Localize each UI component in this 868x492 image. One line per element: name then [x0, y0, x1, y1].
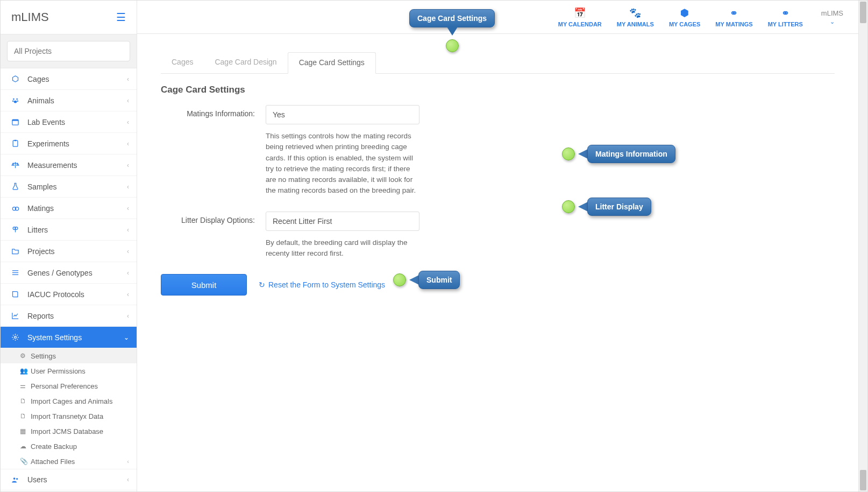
gear-icon: ⚙ — [20, 352, 26, 360]
sidebar-item-matings[interactable]: Matings‹ — [1, 198, 137, 219]
svg-point-18 — [16, 478, 18, 480]
callout-marker-icon — [562, 200, 575, 213]
chevron-left-icon: ‹ — [127, 161, 129, 169]
projects-filter-wrap — [1, 34, 137, 68]
book-icon — [11, 290, 22, 298]
sidebar-header: mLIMS ☰ — [1, 1, 137, 34]
calendar-icon: 📅 — [558, 7, 602, 19]
topbar: 📅MY CALENDAR 🐾MY ANIMALS ⬢MY CAGES ⚭MY M… — [137, 1, 858, 34]
reset-link[interactable]: ↻Reset the Form to System Settings — [259, 280, 385, 289]
sidebar-item-iacuc[interactable]: IACUC Protocols‹ — [1, 284, 137, 305]
sidebar-label: Litters — [27, 226, 48, 234]
chevron-down-icon: ⌄ — [124, 334, 129, 341]
rings-icon — [11, 204, 22, 212]
chevron-left-icon: ‹ — [127, 205, 129, 212]
chart-icon — [11, 312, 22, 320]
sidebar-nav: Cages‹ Animals‹ Lab Events‹ Experiments‹… — [1, 68, 137, 491]
svg-rect-7 — [13, 140, 18, 146]
topnav-animals[interactable]: 🐾MY ANIMALS — [617, 7, 654, 27]
tab-cages[interactable]: Cages — [161, 52, 204, 73]
main-area: 📅MY CALENDAR 🐾MY ANIMALS ⬢MY CAGES ⚭MY M… — [137, 1, 867, 491]
form-actions: Submit ↻Reset the Form to System Setting… — [161, 274, 835, 296]
svg-rect-6 — [12, 120, 18, 121]
subnav-item-user-permissions[interactable]: 👥User Permissions — [1, 363, 137, 378]
litter-select[interactable]: Recent Litter First — [266, 212, 419, 231]
sidebar-item-users[interactable]: Users‹ — [1, 469, 137, 490]
sidebar-item-reports[interactable]: Reports‹ — [1, 305, 137, 327]
rings-icon: ⚭ — [715, 7, 752, 19]
file-icon: 🗋 — [20, 412, 26, 420]
tabs-row: Cages Cage Card Design Cage Card Setting… — [161, 52, 835, 74]
chevron-left-icon: ‹ — [127, 312, 129, 320]
subnav-item-settings[interactable]: ⚙Settings — [1, 348, 137, 363]
tab-cage-card-settings[interactable]: Cage Card Settings — [288, 52, 376, 74]
litter-label: Litter Display Options: — [161, 212, 266, 259]
callout-marker-icon — [393, 273, 406, 286]
topnav-litters[interactable]: ⚭MY LITTERS — [768, 7, 803, 27]
svg-point-0 — [13, 99, 15, 100]
svg-rect-14 — [12, 272, 18, 273]
svg-point-1 — [16, 99, 18, 100]
matings-select[interactable]: Yes — [266, 105, 419, 124]
sidebar-item-experiments[interactable]: Experiments‹ — [1, 133, 137, 154]
sidebar-label: Lab Events — [27, 118, 65, 126]
chevron-left-icon: ‹ — [127, 75, 129, 83]
sidebar-item-samples[interactable]: Samples‹ — [1, 176, 137, 198]
sidebar-item-animals[interactable]: Animals‹ — [1, 90, 137, 111]
subnav-item-personal-preferences[interactable]: ⚌Personal Preferences — [1, 378, 137, 393]
sidebar-item-lab-events[interactable]: Lab Events‹ — [1, 111, 137, 133]
sidebar-label: Animals — [27, 96, 54, 105]
brand-logo: mLIMS — [11, 10, 49, 24]
matings-row: Matings Information: Yes This settings c… — [161, 105, 835, 196]
paw-icon: 🐾 — [617, 7, 654, 19]
subnav-item-import-cages[interactable]: 🗋Import Cages and Animals — [1, 393, 137, 409]
subnav-item-import-jcms[interactable]: ▦Import JCMS Database — [1, 424, 137, 439]
sidebar-label: Samples — [27, 182, 56, 191]
sidebar-item-system-settings[interactable]: System Settings⌄ — [1, 327, 137, 348]
callout-marker-icon — [562, 147, 575, 160]
sidebar-label: Genes / Genotypes — [27, 269, 93, 277]
vertical-scrollbar[interactable] — [858, 1, 867, 491]
paw-icon — [11, 96, 22, 104]
trophy-icon — [11, 226, 22, 234]
topnav-calendar[interactable]: 📅MY CALENDAR — [558, 7, 602, 27]
database-icon: ▦ — [20, 427, 26, 435]
svg-rect-13 — [12, 270, 18, 271]
sidebar-item-litters[interactable]: Litters‹ — [1, 219, 137, 241]
sidebar-label: Users — [27, 475, 47, 484]
system-settings-subnav: ⚙Settings 👥User Permissions ⚌Personal Pr… — [1, 348, 137, 469]
tab-cage-card-design[interactable]: Cage Card Design — [204, 52, 287, 73]
projects-filter-input[interactable] — [7, 41, 130, 61]
topnav-matings[interactable]: ⚭MY MATINGS — [715, 7, 752, 27]
flask-icon — [11, 182, 22, 191]
sidebar-item-projects[interactable]: Projects‹ — [1, 241, 137, 262]
subnav-item-attached-files[interactable]: 📎Attached Files‹ — [1, 454, 137, 469]
sidebar-label: Cages — [27, 75, 49, 83]
submit-button[interactable]: Submit — [161, 274, 247, 296]
svg-point-3 — [17, 101, 19, 102]
svg-point-16 — [15, 336, 17, 339]
callout-litter-display: Litter Display — [562, 198, 651, 216]
calendar-icon — [11, 118, 22, 126]
sidebar-item-genes[interactable]: Genes / Genotypes‹ — [1, 262, 137, 284]
sidebar-item-cages[interactable]: Cages‹ — [1, 68, 137, 90]
topnav-cages[interactable]: ⬢MY CAGES — [669, 7, 700, 27]
sidebar-label: Experiments — [27, 139, 69, 148]
user-menu[interactable]: mLIMS⌄ — [821, 9, 843, 25]
file-icon: 🗋 — [20, 397, 26, 405]
litters-icon: ⚭ — [768, 7, 803, 19]
subnav-item-import-transnetyx[interactable]: 🗋Import Transnetyx Data — [1, 409, 137, 424]
refresh-icon: ↻ — [259, 280, 265, 289]
sidebar-item-measurements[interactable]: Measurements‹ — [1, 154, 137, 176]
hamburger-icon[interactable]: ☰ — [116, 11, 126, 24]
matings-label: Matings Information: — [161, 105, 266, 196]
svg-rect-8 — [15, 140, 17, 142]
sidebar-label: Matings — [27, 204, 54, 213]
sidebar-label: Reports — [27, 312, 54, 320]
callout-matings-information: Matings Information — [562, 145, 675, 163]
litter-help-text: By default, the breeding card will displ… — [266, 237, 419, 259]
attach-icon: 📎 — [20, 458, 28, 465]
chevron-left-icon: ‹ — [127, 458, 129, 465]
subnav-item-create-backup[interactable]: ☁Create Backup — [1, 439, 137, 454]
chevron-left-icon: ‹ — [127, 476, 129, 483]
